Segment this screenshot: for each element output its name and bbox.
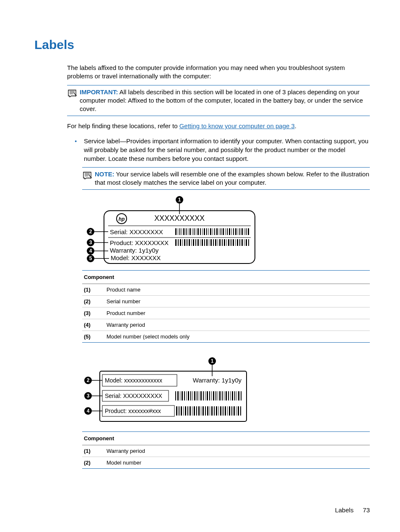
svg-rect-138 bbox=[201, 406, 201, 416]
svg-rect-70 bbox=[237, 239, 238, 246]
svg-rect-36 bbox=[239, 228, 240, 235]
svg-rect-128 bbox=[179, 406, 179, 416]
diag2-serial: Serial: XXXXXXXXXX bbox=[105, 393, 163, 399]
svg-rect-52 bbox=[197, 239, 199, 246]
svg-rect-31 bbox=[229, 228, 230, 235]
svg-rect-10 bbox=[186, 228, 187, 235]
svg-rect-101 bbox=[190, 391, 191, 400]
page-heading: Labels bbox=[34, 38, 370, 52]
svg-rect-53 bbox=[200, 239, 200, 246]
service-label-diagram-2: Model: xxxxxxxxxxxxx Warranty: 1y1y0y Se… bbox=[82, 357, 370, 428]
svg-rect-132 bbox=[187, 406, 188, 416]
svg-rect-124 bbox=[238, 391, 239, 400]
note-label: NOTE: bbox=[95, 170, 114, 178]
svg-rect-28 bbox=[223, 228, 224, 235]
table-row: (4)Warranty period bbox=[82, 319, 370, 331]
svg-rect-115 bbox=[219, 391, 221, 400]
svg-rect-12 bbox=[190, 228, 191, 235]
svg-rect-134 bbox=[192, 406, 192, 416]
svg-rect-68 bbox=[233, 239, 234, 246]
svg-rect-96 bbox=[180, 391, 180, 400]
svg-rect-35 bbox=[238, 228, 238, 235]
svg-text:3: 3 bbox=[89, 240, 92, 245]
component-table-2: Component (1)Warranty period (2)Model nu… bbox=[82, 431, 370, 469]
svg-rect-42 bbox=[175, 239, 177, 246]
svg-rect-149 bbox=[225, 406, 226, 416]
svg-rect-16 bbox=[197, 228, 199, 235]
svg-rect-11 bbox=[188, 228, 188, 235]
svg-rect-57 bbox=[209, 239, 209, 246]
diag2-product: Product: xxxxxxx#xxx bbox=[105, 408, 161, 414]
svg-rect-142 bbox=[210, 406, 210, 416]
table2-header: Component bbox=[82, 432, 370, 445]
component-table-1: Component (1)Product name (2)Serial numb… bbox=[82, 270, 370, 343]
svg-rect-103 bbox=[194, 391, 195, 400]
svg-rect-13 bbox=[192, 228, 192, 235]
svg-rect-148 bbox=[223, 406, 223, 416]
svg-rect-123 bbox=[236, 391, 237, 400]
svg-rect-65 bbox=[226, 239, 227, 246]
help-link[interactable]: Getting to know your computer on page 3 bbox=[179, 122, 295, 129]
note-callout: NOTE: Your service labels will resemble … bbox=[82, 167, 370, 190]
svg-rect-49 bbox=[191, 239, 192, 246]
svg-rect-15 bbox=[196, 228, 196, 235]
svg-rect-17 bbox=[200, 228, 201, 235]
table-row: (1)Product name bbox=[82, 284, 370, 296]
svg-rect-118 bbox=[226, 391, 227, 400]
svg-rect-140 bbox=[205, 406, 206, 416]
diag1-product-name: XXXXXXXXXX bbox=[154, 214, 205, 222]
svg-rect-60 bbox=[215, 239, 216, 246]
diag1-warranty: Warranty: 1y1y0y bbox=[110, 247, 159, 254]
important-callout: IMPORTANT: All labels described in this … bbox=[67, 85, 370, 116]
note-icon bbox=[82, 171, 92, 179]
svg-rect-59 bbox=[213, 239, 214, 246]
svg-rect-47 bbox=[187, 239, 187, 246]
svg-rect-137 bbox=[198, 406, 200, 416]
svg-rect-152 bbox=[231, 406, 232, 416]
important-icon bbox=[67, 89, 77, 97]
footer-section: Labels bbox=[335, 506, 353, 514]
svg-rect-71 bbox=[239, 239, 240, 246]
svg-rect-7 bbox=[179, 228, 180, 235]
svg-rect-26 bbox=[219, 228, 219, 235]
svg-rect-113 bbox=[216, 391, 216, 400]
svg-rect-143 bbox=[211, 406, 213, 416]
svg-rect-144 bbox=[214, 406, 215, 416]
svg-rect-147 bbox=[220, 406, 221, 416]
svg-rect-61 bbox=[218, 239, 218, 246]
diag1-product: Product: XXXXXXXX bbox=[110, 239, 169, 246]
svg-rect-120 bbox=[230, 391, 231, 400]
svg-rect-121 bbox=[232, 391, 233, 400]
table-row: (2)Model number bbox=[82, 457, 370, 469]
svg-rect-72 bbox=[242, 239, 243, 246]
svg-rect-39 bbox=[246, 228, 247, 235]
svg-rect-14 bbox=[194, 228, 195, 235]
svg-rect-34 bbox=[235, 228, 236, 235]
svg-rect-38 bbox=[244, 228, 244, 235]
svg-rect-67 bbox=[231, 239, 231, 246]
svg-rect-56 bbox=[206, 239, 208, 246]
svg-rect-95 bbox=[177, 391, 179, 400]
service-label-diagram-1: hp XXXXXXXXXX Serial: XXXXXXXX Product: … bbox=[82, 196, 370, 267]
svg-rect-153 bbox=[234, 406, 235, 416]
svg-text:4: 4 bbox=[89, 248, 92, 254]
svg-rect-156 bbox=[240, 406, 241, 416]
svg-text:2: 2 bbox=[89, 229, 92, 235]
svg-rect-111 bbox=[211, 391, 212, 400]
svg-rect-127 bbox=[176, 406, 177, 416]
svg-rect-74 bbox=[246, 239, 247, 246]
svg-text:2: 2 bbox=[87, 377, 90, 383]
svg-rect-32 bbox=[231, 228, 232, 235]
svg-text:4: 4 bbox=[87, 408, 90, 414]
svg-rect-146 bbox=[218, 406, 219, 416]
svg-rect-150 bbox=[227, 406, 228, 416]
svg-rect-151 bbox=[229, 406, 230, 416]
svg-rect-104 bbox=[197, 391, 197, 400]
svg-rect-97 bbox=[182, 391, 183, 400]
svg-text:hp: hp bbox=[119, 216, 125, 222]
svg-rect-20 bbox=[206, 228, 207, 235]
help-prefix: For help finding these locations, refer … bbox=[67, 122, 179, 129]
svg-rect-43 bbox=[178, 239, 179, 246]
svg-rect-106 bbox=[200, 391, 202, 400]
content-block: The labels affixed to the computer provi… bbox=[67, 64, 370, 469]
